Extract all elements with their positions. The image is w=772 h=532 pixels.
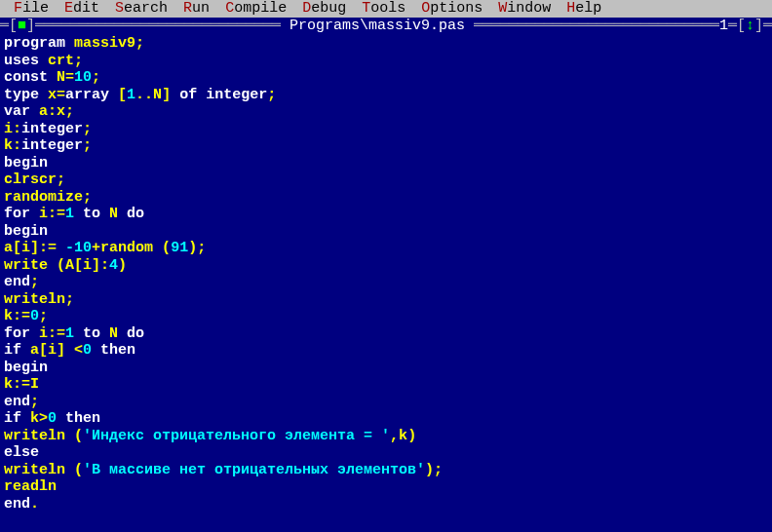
code-line[interactable]: writeln; (4, 291, 772, 309)
code-line[interactable]: else (4, 444, 772, 462)
code-line[interactable]: uses crt; (4, 53, 772, 70)
code-line[interactable]: end; (4, 274, 772, 291)
code-line[interactable]: begin (4, 223, 772, 241)
code-line[interactable]: type x=array [1..N] of integer; (4, 87, 772, 104)
code-line[interactable]: program massiv9; (4, 35, 772, 53)
menu-file[interactable]: File (6, 0, 57, 18)
code-line[interactable]: end. (4, 496, 772, 513)
menu-window[interactable]: Window (490, 0, 559, 18)
menu-run[interactable]: Run (175, 0, 217, 18)
menu-debug[interactable]: Debug (294, 0, 354, 18)
code-line[interactable]: k:=0; (4, 308, 772, 325)
window-number: 1 (719, 18, 728, 35)
close-icon[interactable]: ■ (18, 18, 26, 35)
code-line[interactable]: randomize; (4, 189, 772, 207)
code-line[interactable]: const N=10; (4, 69, 772, 87)
code-line[interactable]: var a:x; (4, 103, 772, 121)
code-line[interactable]: write (A[i]:4) (4, 257, 772, 275)
menu-help[interactable]: Help (559, 0, 609, 18)
code-line[interactable]: if a[i] <0 then (4, 342, 772, 360)
window-title-bar: ═[■] ═══════════════════════════════════… (0, 18, 772, 35)
code-line[interactable]: readln (4, 478, 772, 496)
menu-edit[interactable]: Edit (57, 0, 107, 18)
frame-line: ════════════════════════════════════════… (474, 18, 719, 35)
code-line[interactable]: for i:=1 to N do (4, 206, 772, 223)
zoom-icon[interactable]: ↕ (746, 18, 754, 35)
code-line[interactable]: i:integer; (4, 121, 772, 138)
code-editor[interactable]: program massiv9;uses crt;const N=10;type… (0, 35, 772, 513)
code-line[interactable]: writeln ('В массиве нет отрицательных эл… (4, 462, 772, 479)
code-line[interactable]: k:integer; (4, 137, 772, 155)
code-line[interactable]: a[i]:= -10+random (91); (4, 240, 772, 257)
code-line[interactable]: writeln ('Индекс отрицательного элемента… (4, 428, 772, 445)
code-line[interactable]: begin (4, 155, 772, 172)
code-line[interactable]: end; (4, 394, 772, 411)
code-line[interactable]: clrscr; (4, 171, 772, 189)
code-line[interactable]: k:=I (4, 376, 772, 394)
code-line[interactable]: if k>0 then (4, 410, 772, 428)
code-line[interactable]: begin (4, 360, 772, 377)
menu-compile[interactable]: Compile (217, 0, 294, 18)
code-line[interactable]: for i:=1 to N do (4, 325, 772, 343)
menu-bar: FileEditSearchRunCompileDebugToolsOption… (0, 0, 772, 18)
frame-line: ════════════════════════════════════════… (35, 18, 281, 35)
menu-tools[interactable]: Tools (354, 0, 413, 18)
window-title: Programs\massiv9.pas (281, 18, 474, 35)
menu-options[interactable]: Options (413, 0, 490, 18)
menu-search[interactable]: Search (107, 0, 175, 18)
